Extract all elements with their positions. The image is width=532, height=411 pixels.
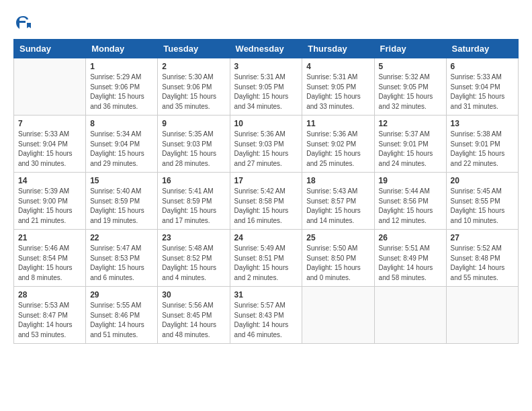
day-number: 24 [234,233,298,242]
calendar-week-row: 7Sunrise: 5:33 AMSunset: 9:04 PMDaylight… [14,116,519,173]
day-number: 13 [451,119,514,128]
day-number: 7 [18,119,81,128]
day-info: Sunrise: 5:39 AMSunset: 9:00 PMDaylight:… [18,187,81,226]
day-info: Sunrise: 5:57 AMSunset: 8:43 PMDaylight:… [234,301,298,340]
calendar-week-row: 21Sunrise: 5:46 AMSunset: 8:54 PMDayligh… [14,230,519,287]
calendar-cell: 14Sunrise: 5:39 AMSunset: 9:00 PMDayligh… [14,173,86,230]
day-number: 15 [90,176,153,185]
day-number: 22 [90,233,153,242]
calendar-cell: 13Sunrise: 5:38 AMSunset: 9:01 PMDayligh… [446,116,518,173]
day-number: 25 [306,233,369,242]
calendar-header-sunday: Sunday [14,40,86,58]
calendar-cell: 5Sunrise: 5:32 AMSunset: 9:05 PMDaylight… [374,58,446,116]
day-info: Sunrise: 5:33 AMSunset: 9:04 PMDaylight:… [18,130,81,169]
calendar-cell: 6Sunrise: 5:33 AMSunset: 9:04 PMDaylight… [446,58,518,116]
day-info: Sunrise: 5:43 AMSunset: 8:57 PMDaylight:… [306,187,369,226]
calendar-cell: 17Sunrise: 5:42 AMSunset: 8:58 PMDayligh… [230,173,302,230]
calendar-cell: 18Sunrise: 5:43 AMSunset: 8:57 PMDayligh… [302,173,374,230]
calendar-cell [302,287,374,344]
day-number: 2 [162,62,225,71]
calendar-header-row: SundayMondayTuesdayWednesdayThursdayFrid… [14,40,519,58]
calendar-cell: 26Sunrise: 5:51 AMSunset: 8:49 PMDayligh… [374,230,446,287]
calendar-cell: 31Sunrise: 5:57 AMSunset: 8:43 PMDayligh… [230,287,302,344]
day-info: Sunrise: 5:45 AMSunset: 8:55 PMDaylight:… [451,187,514,226]
day-info: Sunrise: 5:52 AMSunset: 8:48 PMDaylight:… [451,244,514,283]
day-info: Sunrise: 5:44 AMSunset: 8:56 PMDaylight:… [379,187,442,226]
day-info: Sunrise: 5:31 AMSunset: 9:05 PMDaylight:… [234,73,298,111]
calendar-cell: 8Sunrise: 5:34 AMSunset: 9:04 PMDaylight… [86,116,158,173]
day-number: 17 [234,176,298,185]
calendar-cell: 10Sunrise: 5:36 AMSunset: 9:03 PMDayligh… [230,116,302,173]
day-info: Sunrise: 5:42 AMSunset: 8:58 PMDaylight:… [234,187,298,226]
calendar-cell: 24Sunrise: 5:49 AMSunset: 8:51 PMDayligh… [230,230,302,287]
calendar-cell: 30Sunrise: 5:56 AMSunset: 8:45 PMDayligh… [158,287,230,344]
calendar-cell: 15Sunrise: 5:40 AMSunset: 8:59 PMDayligh… [86,173,158,230]
day-info: Sunrise: 5:41 AMSunset: 8:59 PMDaylight:… [162,187,225,226]
calendar-header-monday: Monday [86,40,158,58]
calendar-cell: 7Sunrise: 5:33 AMSunset: 9:04 PMDaylight… [14,116,86,173]
day-number: 26 [379,233,442,242]
day-number: 9 [162,119,225,128]
day-info: Sunrise: 5:48 AMSunset: 8:52 PMDaylight:… [162,244,225,283]
day-number: 12 [379,119,442,128]
calendar-cell: 2Sunrise: 5:30 AMSunset: 9:06 PMDaylight… [158,58,230,116]
day-number: 19 [379,176,442,185]
calendar-header-wednesday: Wednesday [230,40,302,58]
day-number: 1 [90,62,153,71]
calendar-cell: 19Sunrise: 5:44 AMSunset: 8:56 PMDayligh… [374,173,446,230]
calendar-cell: 1Sunrise: 5:29 AMSunset: 9:06 PMDaylight… [86,58,158,116]
page-header [13,13,519,32]
day-info: Sunrise: 5:51 AMSunset: 8:49 PMDaylight:… [379,244,442,283]
day-info: Sunrise: 5:31 AMSunset: 9:05 PMDaylight:… [306,73,369,111]
calendar-header-thursday: Thursday [302,40,374,58]
day-number: 10 [234,119,298,128]
calendar-week-row: 28Sunrise: 5:53 AMSunset: 8:47 PMDayligh… [14,287,519,344]
calendar-cell: 27Sunrise: 5:52 AMSunset: 8:48 PMDayligh… [446,230,518,287]
calendar-cell: 4Sunrise: 5:31 AMSunset: 9:05 PMDaylight… [302,58,374,116]
day-number: 18 [306,176,369,185]
day-number: 8 [90,119,153,128]
calendar-cell: 29Sunrise: 5:55 AMSunset: 8:46 PMDayligh… [86,287,158,344]
calendar-cell: 25Sunrise: 5:50 AMSunset: 8:50 PMDayligh… [302,230,374,287]
calendar-week-row: 14Sunrise: 5:39 AMSunset: 9:00 PMDayligh… [14,173,519,230]
day-number: 28 [18,290,81,300]
day-number: 14 [18,176,81,185]
day-info: Sunrise: 5:47 AMSunset: 8:53 PMDaylight:… [90,244,153,283]
day-number: 29 [90,290,153,300]
day-info: Sunrise: 5:30 AMSunset: 9:06 PMDaylight:… [162,73,225,111]
day-info: Sunrise: 5:38 AMSunset: 9:01 PMDaylight:… [451,130,514,169]
calendar-table: SundayMondayTuesdayWednesdayThursdayFrid… [13,39,519,344]
day-number: 4 [306,62,369,71]
calendar-cell: 22Sunrise: 5:47 AMSunset: 8:53 PMDayligh… [86,230,158,287]
calendar-cell [374,287,446,344]
day-number: 31 [234,290,298,300]
day-info: Sunrise: 5:50 AMSunset: 8:50 PMDaylight:… [306,244,369,283]
day-number: 21 [18,233,81,242]
day-info: Sunrise: 5:36 AMSunset: 9:02 PMDaylight:… [306,130,369,169]
calendar-week-row: 1Sunrise: 5:29 AMSunset: 9:06 PMDaylight… [14,58,519,116]
calendar-cell [446,287,518,344]
day-number: 3 [234,62,298,71]
calendar-cell: 12Sunrise: 5:37 AMSunset: 9:01 PMDayligh… [374,116,446,173]
logo [13,13,35,32]
day-info: Sunrise: 5:55 AMSunset: 8:46 PMDaylight:… [90,301,153,340]
day-info: Sunrise: 5:29 AMSunset: 9:06 PMDaylight:… [90,73,153,111]
day-info: Sunrise: 5:40 AMSunset: 8:59 PMDaylight:… [90,187,153,226]
logo-icon [13,13,32,32]
calendar-cell: 9Sunrise: 5:35 AMSunset: 9:03 PMDaylight… [158,116,230,173]
day-info: Sunrise: 5:37 AMSunset: 9:01 PMDaylight:… [379,130,442,169]
calendar-cell: 28Sunrise: 5:53 AMSunset: 8:47 PMDayligh… [14,287,86,344]
day-info: Sunrise: 5:32 AMSunset: 9:05 PMDaylight:… [379,73,442,111]
day-number: 27 [451,233,514,242]
calendar-cell [14,58,86,116]
day-info: Sunrise: 5:46 AMSunset: 8:54 PMDaylight:… [18,244,81,283]
calendar-header-saturday: Saturday [446,40,518,58]
calendar-cell: 21Sunrise: 5:46 AMSunset: 8:54 PMDayligh… [14,230,86,287]
day-number: 23 [162,233,225,242]
day-info: Sunrise: 5:53 AMSunset: 8:47 PMDaylight:… [18,301,81,340]
day-number: 30 [162,290,225,300]
calendar-cell: 11Sunrise: 5:36 AMSunset: 9:02 PMDayligh… [302,116,374,173]
day-info: Sunrise: 5:36 AMSunset: 9:03 PMDaylight:… [234,130,298,169]
calendar-header-friday: Friday [374,40,446,58]
calendar-cell: 20Sunrise: 5:45 AMSunset: 8:55 PMDayligh… [446,173,518,230]
